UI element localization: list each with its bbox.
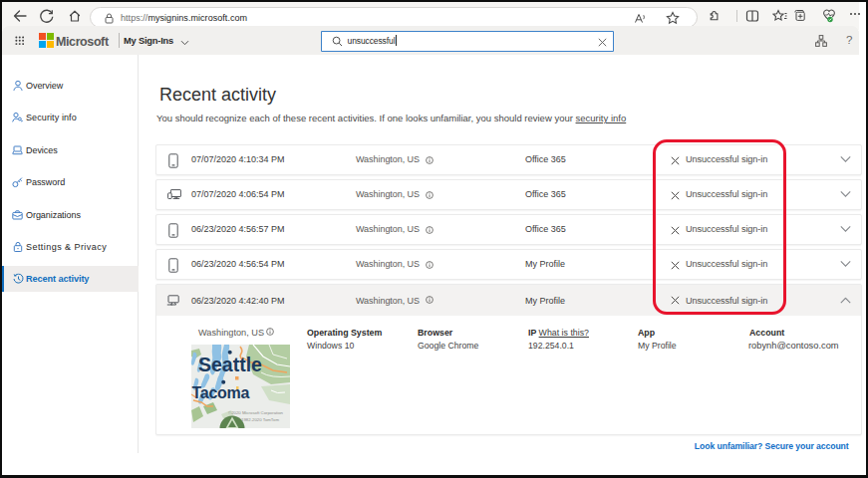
- svg-text:©1982-2020 TomTom: ©1982-2020 TomTom: [238, 416, 279, 421]
- svg-text:Tacoma: Tacoma: [192, 383, 250, 400]
- svg-text:Seattle: Seattle: [198, 354, 262, 375]
- svg-text:©2020 Microsoft Corporation: ©2020 Microsoft Corporation: [228, 410, 284, 415]
